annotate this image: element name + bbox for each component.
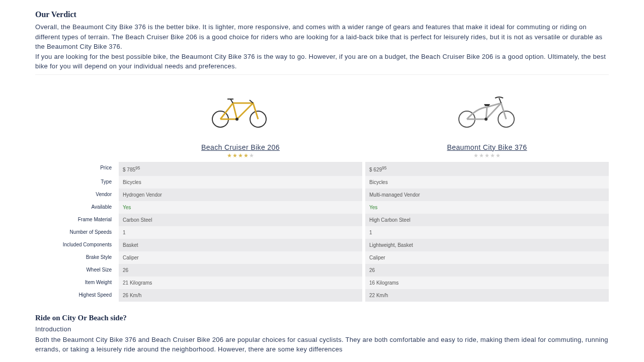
comparison-table: Beach Cruiser Bike 206 ★★★★★ Beaumont Ci… [35, 83, 609, 302]
vendor-a: Hydrogen Vendor [119, 189, 362, 201]
price-b: $ 62995 [365, 162, 609, 176]
row-label-speeds: Number of Speeds [35, 226, 116, 239]
wheel-b: 26 [365, 264, 609, 277]
brake-a: Caliper [119, 251, 362, 264]
topspeed-a: 26 Km/h [119, 289, 362, 302]
vendor-b: Multi-managed Vendor [365, 189, 609, 201]
wheel-a: 26 [119, 264, 362, 277]
bottom-intro: Introduction [35, 325, 609, 333]
speeds-a: 1 [119, 226, 362, 239]
verdict-body: Overall, the Beaumont City Bike 376 is t… [35, 22, 609, 75]
topspeed-b: 22 Km/h [365, 289, 609, 302]
brake-b: Caliper [365, 251, 609, 264]
speeds-b: 1 [365, 226, 609, 239]
row-label-vendor: Vendor [35, 189, 116, 201]
svg-line-2 [230, 99, 233, 103]
product-a-header: Beach Cruiser Bike 206 ★★★★★ [119, 83, 362, 162]
bike-a-icon [205, 93, 276, 128]
product-b-rating: ★★★★★ [473, 152, 501, 159]
row-label-frame: Frame Material [35, 214, 116, 226]
verdict-heading: Our Verdict [35, 10, 609, 19]
product-a-rating: ★★★★★ [227, 152, 255, 159]
row-label-brake: Brake Style [35, 251, 116, 264]
row-label-wheel: Wheel Size [35, 264, 116, 277]
bike-b-icon [452, 93, 522, 128]
weight-a: 21 Kilograms [119, 277, 362, 289]
row-label-price: Price [35, 162, 116, 176]
type-b: Bicycles [365, 176, 609, 189]
available-b: Yes [365, 201, 609, 214]
available-a: Yes [119, 201, 362, 214]
frame-a: Carbon Steel [119, 214, 362, 226]
product-a-link[interactable]: Beach Cruiser Bike 206 [201, 143, 280, 151]
svg-line-8 [499, 98, 501, 103]
svg-point-9 [485, 118, 488, 121]
verdict-p1: Overall, the Beaumont City Bike 376 is t… [35, 23, 602, 50]
weight-b: 16 Kilograms [365, 277, 609, 289]
product-b-header: Beaumont City Bike 376 ★★★★★ [365, 83, 609, 162]
svg-point-5 [235, 118, 238, 121]
bottom-body: Both the Beaumont City Bike 376 and Beac… [35, 335, 609, 354]
product-b-link[interactable]: Beaumont City Bike 376 [447, 143, 527, 151]
included-b: Lightweight, Basket [365, 239, 609, 251]
row-label-included: Included Components [35, 239, 116, 251]
price-a: $ 78595 [119, 162, 362, 176]
row-label-available: Available [35, 201, 116, 214]
type-a: Bicycles [119, 176, 362, 189]
included-a: Basket [119, 239, 362, 251]
verdict-p2: If you are looking for the best possible… [35, 53, 606, 70]
frame-b: High Carbon Steel [365, 214, 609, 226]
row-label-type: Type [35, 176, 116, 189]
bottom-heading: Ride on City Or Beach side? [35, 314, 609, 322]
row-label-topspeed: Highest Speed [35, 289, 116, 302]
row-label-weight: Item Weight [35, 277, 116, 289]
